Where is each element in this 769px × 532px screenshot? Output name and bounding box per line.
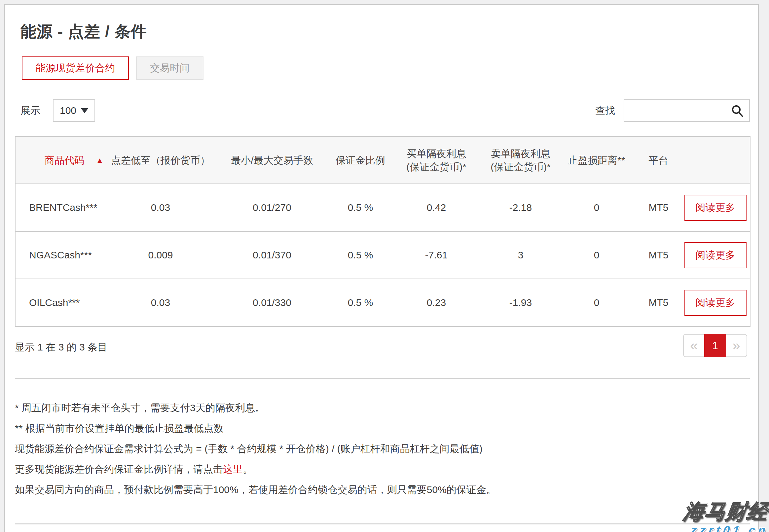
tab-energy-cash-cfds-label: 能源现货差价合约 bbox=[36, 61, 115, 75]
tab-trading-hours-label: 交易时间 bbox=[150, 61, 189, 75]
cell-actions: 阅读更多 bbox=[681, 279, 750, 326]
footnote-hedged-margin: 如果交易同方向的商品，预付款比例需要高于100%，若使用差价合约锁仓交易的话，则… bbox=[15, 484, 496, 495]
cell-symbol: NGASCash*** bbox=[15, 231, 109, 279]
header-spread[interactable]: 点差低至（报价货币） bbox=[109, 137, 212, 184]
footnote-margin-formula: 现货能源差价合约保证金需求计算公式为 = (手数 * 合约规模 * 开仓价格) … bbox=[15, 444, 496, 454]
cell-sl-distance: 0 bbox=[557, 231, 636, 279]
header-sl-distance[interactable]: 止盈损距离** bbox=[557, 137, 636, 184]
divider bbox=[15, 378, 750, 379]
cell-sl-distance: 0 bbox=[557, 184, 636, 231]
header-margin[interactable]: 保证金比例 bbox=[332, 137, 388, 184]
cell-spread: 0.03 bbox=[109, 279, 212, 326]
screen: 能源 - 点差 / 条件 能源现货差价合约 交易时间 展示 100 查找 bbox=[0, 0, 769, 532]
cell-lots: 0.01/270 bbox=[212, 184, 332, 231]
table-row: NGASCash*** 0.009 0.01/370 0.5 % -7.61 3… bbox=[15, 231, 750, 279]
divider bbox=[15, 523, 750, 524]
header-symbol-label: 商品代码 bbox=[45, 155, 84, 166]
header-swap-long-line1: 买单隔夜利息 bbox=[388, 147, 484, 160]
search-group: 查找 bbox=[595, 99, 750, 122]
page-size-group: 展示 100 bbox=[20, 99, 95, 122]
table-controls: 展示 100 查找 bbox=[20, 99, 750, 122]
entries-summary: 显示 1 在 3 的 3 条目 bbox=[15, 341, 107, 354]
instruments-table: 商品代码▲ 点差低至（报价货币） 最小/最大交易手数 保证金比例 买单隔夜利息 … bbox=[15, 136, 751, 327]
footnote-swap: * 周五闭市时若有未平仓头寸，需要支付3天的隔夜利息。 bbox=[15, 403, 496, 413]
cell-swap-long: 0.42 bbox=[388, 184, 484, 231]
cell-actions: 阅读更多 bbox=[681, 231, 750, 279]
page-title: 能源 - 点差 / 条件 bbox=[20, 21, 147, 42]
page-size-select[interactable]: 100 bbox=[53, 99, 95, 122]
search-label: 查找 bbox=[595, 104, 615, 117]
show-label: 展示 bbox=[20, 104, 40, 117]
footnote-margin-details: 更多现货能源差价合约保证金比例详情，请点击这里。 bbox=[15, 464, 496, 474]
cell-platform: MT5 bbox=[636, 184, 681, 231]
table-row: BRENTCash*** 0.03 0.01/270 0.5 % 0.42 -2… bbox=[15, 184, 750, 231]
read-more-button[interactable]: 阅读更多 bbox=[685, 242, 747, 268]
header-lots[interactable]: 最小/最大交易手数 bbox=[212, 137, 332, 184]
sort-asc-icon: ▲ bbox=[96, 156, 103, 164]
watermark: 海马财经 zzrt01.cn bbox=[684, 498, 768, 532]
header-swap-short-line2: (保证金货币)* bbox=[484, 160, 557, 174]
watermark-domain: zzrt01.cn bbox=[683, 523, 769, 532]
cell-margin: 0.5 % bbox=[332, 231, 388, 279]
footnote-margin-details-text: 更多现货能源差价合约保证金比例详情，请点击 bbox=[15, 464, 223, 475]
header-swap-long[interactable]: 买单隔夜利息 (保证金货币)* bbox=[388, 137, 484, 184]
cell-platform: MT5 bbox=[636, 279, 681, 326]
cell-swap-short: -1.93 bbox=[484, 279, 557, 326]
cell-symbol: OILCash*** bbox=[15, 279, 109, 326]
page-size-value: 100 bbox=[60, 105, 76, 116]
header-platform[interactable]: 平台 bbox=[636, 137, 681, 184]
search-icon bbox=[731, 104, 744, 119]
tab-bar: 能源现货差价合约 交易时间 bbox=[22, 56, 204, 80]
next-page-button[interactable]: » bbox=[726, 334, 747, 357]
footnote-margin-details-suffix: 。 bbox=[243, 464, 253, 475]
cell-margin: 0.5 % bbox=[332, 184, 388, 231]
table-row: OILCash*** 0.03 0.01/330 0.5 % 0.23 -1.9… bbox=[15, 279, 750, 326]
read-more-button[interactable]: 阅读更多 bbox=[685, 195, 747, 221]
here-link[interactable]: 这里 bbox=[223, 464, 243, 475]
table-header-row: 商品代码▲ 点差低至（报价货币） 最小/最大交易手数 保证金比例 买单隔夜利息 … bbox=[15, 137, 750, 184]
cell-sl-distance: 0 bbox=[557, 279, 636, 326]
cell-swap-short: 3 bbox=[484, 231, 557, 279]
footnote-sl-distance: ** 根据当前市价设置挂单的最低止损盈最低点数 bbox=[15, 423, 496, 433]
header-symbol[interactable]: 商品代码▲ bbox=[15, 137, 109, 184]
cell-platform: MT5 bbox=[636, 231, 681, 279]
tab-energy-cash-cfds[interactable]: 能源现货差价合约 bbox=[22, 56, 129, 80]
current-page-button[interactable]: 1 bbox=[704, 334, 726, 357]
cell-spread: 0.03 bbox=[109, 184, 212, 231]
footnotes: * 周五闭市时若有未平仓头寸，需要支付3天的隔夜利息。 ** 根据当前市价设置挂… bbox=[15, 403, 496, 505]
cell-spread: 0.009 bbox=[109, 231, 212, 279]
pagination: « 1 » bbox=[683, 334, 747, 357]
header-swap-long-line2: (保证金货币)* bbox=[388, 160, 484, 174]
cell-lots: 0.01/370 bbox=[212, 231, 332, 279]
search-box bbox=[624, 99, 750, 122]
prev-page-button[interactable]: « bbox=[683, 334, 704, 357]
cell-margin: 0.5 % bbox=[332, 279, 388, 326]
header-swap-short[interactable]: 卖单隔夜利息 (保证金货币)* bbox=[484, 137, 557, 184]
cell-actions: 阅读更多 bbox=[681, 184, 750, 231]
cell-symbol: BRENTCash*** bbox=[15, 184, 109, 231]
cell-lots: 0.01/330 bbox=[212, 279, 332, 326]
watermark-brand: 海马财经 bbox=[682, 498, 769, 525]
cell-swap-long: 0.23 bbox=[388, 279, 484, 326]
header-actions bbox=[681, 137, 750, 184]
cell-swap-long: -7.61 bbox=[388, 231, 484, 279]
chevron-down-icon bbox=[81, 108, 88, 113]
header-swap-short-line1: 卖单隔夜利息 bbox=[484, 147, 557, 160]
cell-swap-short: -2.18 bbox=[484, 184, 557, 231]
tab-trading-hours[interactable]: 交易时间 bbox=[136, 56, 204, 80]
read-more-button[interactable]: 阅读更多 bbox=[685, 290, 747, 316]
